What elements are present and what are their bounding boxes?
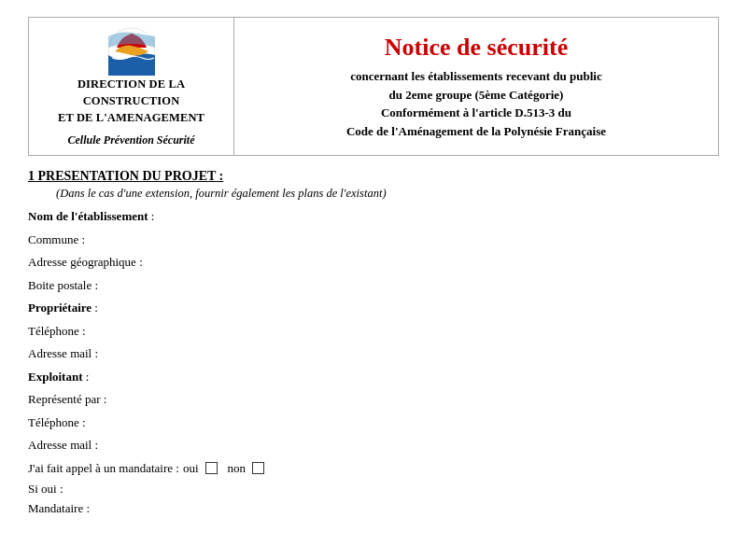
field-commune: Commune : [28,231,719,249]
field-mail-proprietaire-label: Adresse mail : [28,346,98,360]
field-telephone-proprietaire-label: Téléphone : [28,324,86,338]
page: DIRECTION DE LA CONSTRUCTION ET DE L'AME… [0,0,747,539]
oui-label: oui [183,459,199,478]
header-right: Notice de sécurité concernant les établi… [234,18,718,155]
field-telephone-exploitant: Téléphone : [28,413,719,432]
field-proprietaire-label: Propriétaire [28,301,92,315]
field-mandataire: Mandataire : [28,499,719,518]
field-proprietaire: Propriétaire : [28,299,719,317]
field-represente-par: Représenté par : [28,390,719,409]
si-oui-label: Si oui : [28,482,63,496]
notice-subtitle: concernant les établissements recevant d… [346,67,606,140]
field-boite-postale-label: Boite postale : [28,278,98,292]
section-1: 1 PRESENTATION DU PROJET : (Dans le cas … [28,169,719,518]
field-mail-proprietaire: Adresse mail : [28,344,719,363]
non-label: non [228,459,247,478]
field-exploitant-label: Exploitant [28,370,83,384]
mandataire-row: J'ai fait appel à un mandataire : oui no… [28,459,719,478]
logo-icon [107,27,156,76]
field-mail-exploitant-label: Adresse mail : [28,438,98,452]
field-adresse-geo: Adresse géographique : [28,253,719,272]
field-mandataire-label: Mandataire : [28,501,90,515]
field-telephone-exploitant-label: Téléphone : [28,415,86,429]
field-mail-exploitant: Adresse mail : [28,436,719,455]
section-1-note: (Dans le cas d'une extension, fournir ég… [56,187,719,201]
field-telephone-proprietaire: Téléphone : [28,322,719,341]
field-nom-etablissement: Nom de l'établissement : [28,207,719,226]
oui-checkbox[interactable] [205,462,218,474]
field-commune-label: Commune : [28,232,85,246]
header: DIRECTION DE LA CONSTRUCTION ET DE L'AME… [28,17,719,156]
field-represente-par-label: Représenté par : [28,392,106,406]
section-1-title: 1 PRESENTATION DU PROJET : [28,169,719,184]
org-title: DIRECTION DE LA CONSTRUCTION ET DE L'AME… [58,76,204,126]
header-left: DIRECTION DE LA CONSTRUCTION ET DE L'AME… [29,18,234,155]
mandataire-question-label: J'ai fait appel à un mandataire : [28,459,179,478]
field-nom-etablissement-label: Nom de l'établissement [28,209,148,223]
field-exploitant: Exploitant : [28,368,719,386]
non-checkbox[interactable] [252,462,264,474]
field-boite-postale: Boite postale : [28,276,719,295]
cell-name: Cellule Prévention Sécurité [68,133,195,147]
si-oui-row: Si oui : [28,482,719,497]
notice-title: Notice de sécurité [385,33,568,62]
field-adresse-geo-label: Adresse géographique : [28,255,143,269]
